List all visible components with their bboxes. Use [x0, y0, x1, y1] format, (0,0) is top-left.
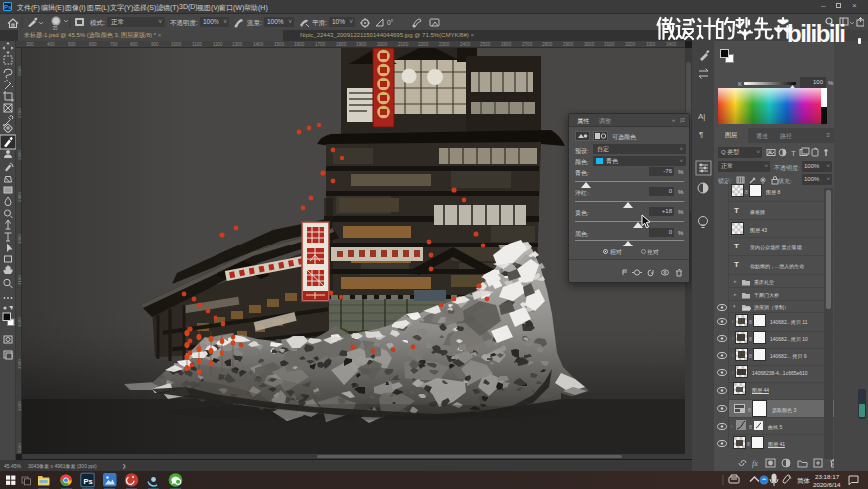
- svg-text:1400: 1400: [253, 42, 264, 47]
- svg-text:1800: 1800: [336, 42, 347, 47]
- svg-text:1100: 1100: [192, 42, 202, 47]
- svg-text:23:18:17: 23:18:17: [815, 473, 840, 480]
- svg-text:1300: 1300: [232, 42, 243, 47]
- svg-text:600: 600: [89, 42, 97, 47]
- svg-text:T: T: [791, 149, 796, 158]
- svg-text:3100: 3100: [604, 42, 615, 47]
- svg-text:A|: A|: [698, 112, 705, 121]
- svg-text:2020/6/14: 2020/6/14: [813, 481, 841, 488]
- svg-text:300: 300: [26, 42, 34, 47]
- svg-text:2300: 2300: [439, 42, 450, 47]
- svg-text:2900: 2900: [563, 42, 574, 47]
- svg-text:2100: 2100: [398, 42, 409, 47]
- svg-text:500: 500: [68, 42, 76, 47]
- svg-text:1500: 1500: [274, 42, 285, 47]
- svg-text:1700: 1700: [315, 42, 326, 47]
- svg-text:900: 900: [151, 42, 159, 47]
- svg-text:400: 400: [47, 42, 55, 47]
- svg-text:Ps: Ps: [84, 477, 93, 486]
- svg-text:2200: 2200: [418, 42, 429, 47]
- svg-text:¶: ¶: [699, 130, 703, 139]
- svg-text:简体: 简体: [797, 477, 811, 484]
- svg-text:2500: 2500: [480, 42, 491, 47]
- svg-text:2400: 2400: [460, 42, 471, 47]
- svg-text:2800: 2800: [542, 42, 553, 47]
- svg-text:1200: 1200: [213, 42, 223, 47]
- svg-text:2600: 2600: [501, 42, 512, 47]
- svg-text:1600: 1600: [294, 42, 305, 47]
- svg-text:3000: 3000: [584, 42, 595, 47]
- svg-text:2700: 2700: [522, 42, 533, 47]
- svg-text:700: 700: [110, 42, 118, 47]
- svg-text:fx: fx: [752, 459, 758, 468]
- svg-text:bilibili: bilibili: [787, 20, 844, 46]
- svg-text:1000: 1000: [171, 42, 182, 47]
- svg-text:1900: 1900: [356, 42, 367, 47]
- svg-text:2000: 2000: [377, 42, 388, 47]
- svg-text:800: 800: [130, 42, 138, 47]
- svg-text:3200: 3200: [625, 42, 636, 47]
